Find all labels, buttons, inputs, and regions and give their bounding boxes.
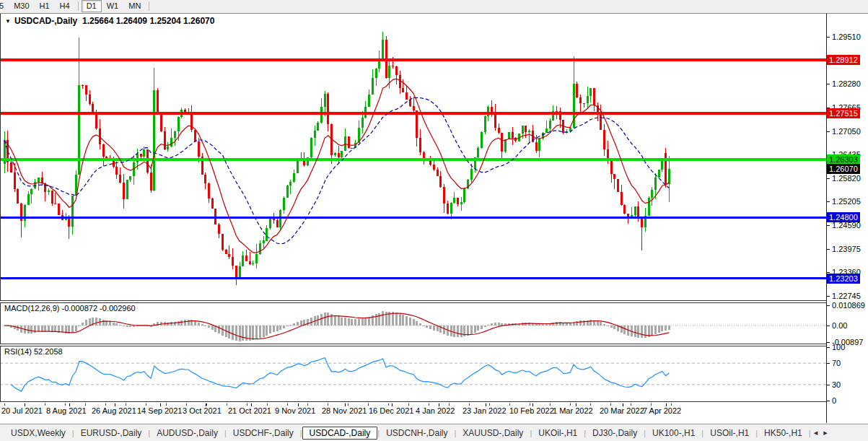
date-tick-label: 10 Feb 2022 xyxy=(509,406,554,415)
date-minor-tick xyxy=(610,403,611,406)
price-tick-mark xyxy=(827,296,830,297)
date-minor-tick xyxy=(166,403,167,406)
tabs-scroll-left-icon[interactable]: ◂ xyxy=(811,428,821,437)
tabs-scroll-right-icon[interactable]: ▸ xyxy=(820,428,830,437)
date-minor-tick xyxy=(45,403,45,406)
chart-title-symbol: USDCAD-,Daily xyxy=(14,16,77,26)
price-level-badge: 1.26070 xyxy=(827,164,860,174)
date-minor-tick xyxy=(65,403,66,406)
timeframe-button-h1[interactable]: H1 xyxy=(35,0,55,12)
timeframe-button-w1[interactable]: W1 xyxy=(102,0,124,12)
date-tick-label: 16 Dec 2021 xyxy=(369,406,413,415)
macd-tick-label: 0.010869 xyxy=(832,301,865,310)
chart-tab-eurusd-[interactable]: EURUSD-,Daily xyxy=(74,427,149,440)
price-tick-label: 1.28280 xyxy=(832,79,861,88)
macd-tick-label: 0.00 xyxy=(832,321,847,330)
rsi-tick-mark xyxy=(827,363,830,364)
price-level-badge: 1.27515 xyxy=(827,108,860,118)
date-minor-tick xyxy=(651,403,652,406)
date-tick-label: 14 Sep 2021 xyxy=(137,406,182,415)
toolbar-divider xyxy=(78,1,79,11)
date-minor-tick xyxy=(671,403,672,406)
price-level-badge: 1.28912 xyxy=(827,55,860,65)
main-chart-canvas[interactable] xyxy=(0,14,826,301)
date-minor-tick xyxy=(469,403,470,406)
price-tick-label: 1.25820 xyxy=(832,174,861,183)
chart-title-ohlc: 1.25664 1.26409 1.25204 1.26070 xyxy=(82,16,215,26)
date-minor-tick xyxy=(328,403,328,406)
date-minor-tick xyxy=(287,403,288,406)
rsi-tick-label: 0 xyxy=(832,396,836,405)
date-minor-tick xyxy=(186,403,187,406)
date-minor-tick xyxy=(146,403,146,406)
price-tick-mark xyxy=(827,201,830,202)
timeframe-button-m30[interactable]: M30 xyxy=(9,0,34,12)
timeframe-button-mn[interactable]: MN xyxy=(123,0,146,12)
date-minor-tick xyxy=(489,403,490,406)
chart-tab-usoil-[interactable]: USOil-,H1 xyxy=(703,427,755,440)
chart-dropdown-icon: ▼ xyxy=(5,18,11,25)
date-minor-tick xyxy=(388,403,389,406)
chart-tab-usdx[interactable]: USDX,Weekly xyxy=(4,427,72,440)
price-axis[interactable]: 1.295101.282801.276651.270501.264351.258… xyxy=(827,14,868,423)
timeframe-button-5[interactable]: 5 xyxy=(0,0,9,12)
date-tick-label: 1 Mar 2022 xyxy=(553,406,593,415)
date-minor-tick xyxy=(85,403,86,406)
toolbar-divider xyxy=(149,1,149,11)
date-minor-tick xyxy=(247,403,247,406)
macd-indicator-label: MACD(12,26,9) -0.000872 -0.002960 xyxy=(4,304,136,313)
date-minor-tick xyxy=(105,403,106,406)
mt4-window: 5M30H1H4D1W1MN ▼USDCAD-,Daily 1.25664 1.… xyxy=(0,0,868,441)
date-minor-tick xyxy=(126,403,126,406)
price-tick-mark xyxy=(827,225,830,226)
chart-tabs-bar: USDX,Weekly|EURUSD-,Daily|AUDUSD-,Daily|… xyxy=(0,424,868,441)
timeframe-toolbar: 5M30H1H4D1W1MN xyxy=(0,0,868,14)
date-tick-label: 21 Oct 2021 xyxy=(228,406,271,415)
date-minor-tick xyxy=(267,403,268,406)
date-axis[interactable]: 20 Jul 20218 Aug 202126 Aug 202114 Sep 2… xyxy=(0,403,826,423)
date-minor-tick xyxy=(429,403,429,406)
date-tick-label: 20 Mar 2022 xyxy=(600,406,644,415)
date-minor-tick xyxy=(550,403,551,406)
date-tick-label: 23 Jan 2022 xyxy=(463,406,507,415)
date-minor-tick xyxy=(408,403,409,406)
chart-tab-audusd-[interactable]: AUDUSD-,Daily xyxy=(150,427,224,440)
rsi-tick-mark xyxy=(827,347,830,348)
macd-tick-mark xyxy=(827,342,830,343)
timeframe-button-d1[interactable]: D1 xyxy=(82,0,102,12)
price-tick-label: 1.29510 xyxy=(832,32,861,41)
date-minor-tick xyxy=(509,403,510,406)
timeframe-button-h4[interactable]: H4 xyxy=(55,0,75,12)
price-tick-label: 1.22745 xyxy=(832,292,861,300)
chart-tab-xauusd-[interactable]: XAUUSD-,Daily xyxy=(456,427,530,440)
macd-tick-mark xyxy=(827,326,830,326)
date-minor-tick xyxy=(570,403,571,406)
date-minor-tick xyxy=(449,403,450,406)
rsi-panel-canvas[interactable] xyxy=(0,346,826,402)
date-minor-tick xyxy=(631,403,631,406)
rsi-tick-mark xyxy=(827,385,830,385)
price-tick-label: 1.25205 xyxy=(832,197,861,206)
date-minor-tick xyxy=(348,403,348,406)
price-tick-label: 1.27050 xyxy=(832,127,861,136)
date-minor-tick xyxy=(307,403,308,406)
price-level-badge: 1.24800 xyxy=(827,212,860,222)
chart-panels: ▼USDCAD-,Daily 1.25664 1.26409 1.25204 1… xyxy=(0,14,868,424)
chart-tab-usdcnh-[interactable]: USDCNH-,Daily xyxy=(380,427,454,440)
price-tick-mark xyxy=(827,37,830,38)
date-tick-label: 4 Jan 2022 xyxy=(416,406,455,415)
chart-tab-usdchf-[interactable]: USDCHF-,Daily xyxy=(227,427,300,440)
rsi-tick-mark xyxy=(827,401,830,401)
chart-tab-dj30-[interactable]: DJ30-,Daily xyxy=(586,427,644,440)
date-tick-label: 8 Aug 2021 xyxy=(46,406,87,415)
date-tick-label: 26 Aug 2021 xyxy=(92,406,136,415)
rsi-indicator-label: RSI(14) 52.2058 xyxy=(4,347,63,356)
chart-tab-usdcad-[interactable]: USDCAD-,Daily xyxy=(302,427,378,440)
chart-tab-ukoil-[interactable]: UKOil-,H1 xyxy=(532,427,584,440)
date-tick-label: 28 Nov 2021 xyxy=(322,406,367,415)
chart-title: ▼USDCAD-,Daily 1.25664 1.26409 1.25204 1… xyxy=(5,16,214,26)
rsi-tick-label: 70 xyxy=(832,359,841,367)
chart-tab-uk100-[interactable]: UK100-,H1 xyxy=(646,427,701,440)
chart-tab-hk50-[interactable]: HK50-,H1 xyxy=(758,427,809,440)
price-level-badge: 1.23203 xyxy=(827,274,860,284)
